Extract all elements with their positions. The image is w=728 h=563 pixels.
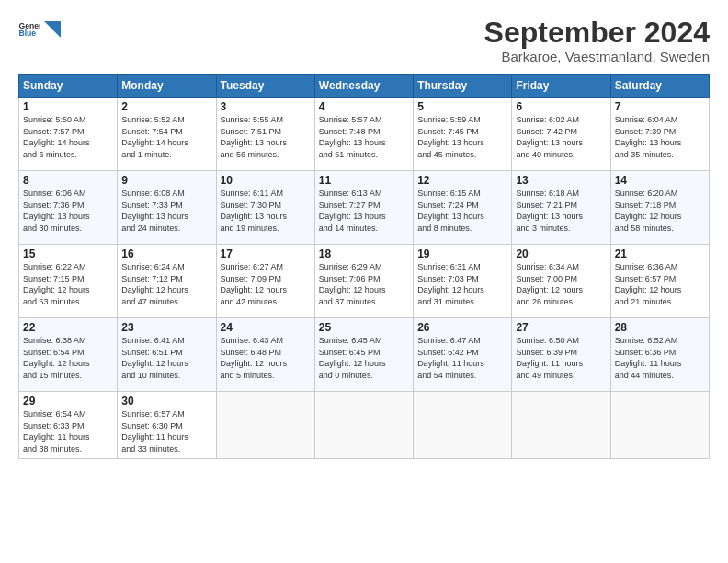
day-info: Sunrise: 6:08 AM Sunset: 7:33 PM Dayligh…: [121, 188, 211, 234]
day-info: Sunrise: 6:27 AM Sunset: 7:09 PM Dayligh…: [221, 261, 311, 307]
day-info: Sunrise: 6:22 AM Sunset: 7:15 PM Dayligh…: [23, 261, 113, 307]
calendar-cell: 7Sunrise: 6:04 AM Sunset: 7:39 PM Daylig…: [610, 98, 709, 171]
title-area: September 2024 Barkaroe, Vaestmanland, S…: [484, 17, 710, 64]
calendar-cell: 26Sunrise: 6:47 AM Sunset: 6:42 PM Dayli…: [414, 318, 512, 392]
calendar-cell: 30Sunrise: 6:57 AM Sunset: 6:30 PM Dayli…: [118, 392, 216, 458]
calendar-cell: 15Sunrise: 6:22 AM Sunset: 7:15 PM Dayli…: [19, 245, 118, 318]
day-info: Sunrise: 6:38 AM Sunset: 6:54 PM Dayligh…: [23, 335, 113, 381]
main-title: September 2024: [484, 17, 710, 49]
calendar-header-sunday: Sunday: [19, 75, 118, 98]
svg-text:Blue: Blue: [18, 29, 36, 38]
calendar-cell: 27Sunrise: 6:50 AM Sunset: 6:39 PM Dayli…: [512, 318, 610, 392]
calendar-header-friday: Friday: [512, 75, 610, 98]
logo-svg: General Blue: [18, 17, 40, 42]
day-number: 29: [23, 395, 113, 408]
calendar-cell: 2Sunrise: 5:52 AM Sunset: 7:54 PM Daylig…: [118, 98, 216, 171]
calendar-cell: [216, 392, 314, 458]
calendar-week-row: 22Sunrise: 6:38 AM Sunset: 6:54 PM Dayli…: [19, 318, 710, 392]
day-number: 26: [417, 321, 507, 334]
day-info: Sunrise: 5:57 AM Sunset: 7:48 PM Dayligh…: [319, 114, 409, 160]
calendar-cell: 16Sunrise: 6:24 AM Sunset: 7:12 PM Dayli…: [118, 245, 216, 318]
day-info: Sunrise: 6:52 AM Sunset: 6:36 PM Dayligh…: [615, 335, 705, 381]
day-info: Sunrise: 6:36 AM Sunset: 6:57 PM Dayligh…: [615, 261, 705, 307]
day-info: Sunrise: 6:50 AM Sunset: 6:39 PM Dayligh…: [516, 335, 606, 381]
calendar-cell: 12Sunrise: 6:15 AM Sunset: 7:24 PM Dayli…: [414, 171, 512, 245]
calendar-week-row: 29Sunrise: 6:54 AM Sunset: 6:33 PM Dayli…: [19, 392, 710, 458]
day-info: Sunrise: 5:50 AM Sunset: 7:57 PM Dayligh…: [23, 114, 113, 160]
calendar-cell: 22Sunrise: 6:38 AM Sunset: 6:54 PM Dayli…: [19, 318, 118, 392]
day-info: Sunrise: 6:04 AM Sunset: 7:39 PM Dayligh…: [615, 114, 705, 160]
day-number: 6: [516, 100, 606, 113]
day-info: Sunrise: 6:06 AM Sunset: 7:36 PM Dayligh…: [23, 188, 113, 234]
day-info: Sunrise: 6:24 AM Sunset: 7:12 PM Dayligh…: [121, 261, 211, 307]
calendar-cell: 1Sunrise: 5:50 AM Sunset: 7:57 PM Daylig…: [19, 98, 118, 171]
day-info: Sunrise: 5:52 AM Sunset: 7:54 PM Dayligh…: [121, 114, 211, 160]
calendar-cell: [512, 392, 610, 458]
calendar-cell: 14Sunrise: 6:20 AM Sunset: 7:18 PM Dayli…: [610, 171, 709, 245]
day-info: Sunrise: 6:47 AM Sunset: 6:42 PM Dayligh…: [417, 335, 507, 381]
day-number: 15: [23, 247, 113, 260]
day-info: Sunrise: 6:11 AM Sunset: 7:30 PM Dayligh…: [221, 188, 311, 234]
calendar-cell: 13Sunrise: 6:18 AM Sunset: 7:21 PM Dayli…: [512, 171, 610, 245]
day-number: 9: [121, 174, 211, 187]
day-info: Sunrise: 6:31 AM Sunset: 7:03 PM Dayligh…: [417, 261, 507, 307]
header: General Blue September 2024 Barkaroe, Va…: [18, 17, 710, 64]
day-number: 28: [615, 321, 705, 334]
day-number: 8: [23, 174, 113, 187]
day-number: 5: [417, 100, 507, 113]
calendar-cell: 18Sunrise: 6:29 AM Sunset: 7:06 PM Dayli…: [314, 245, 413, 318]
day-number: 12: [417, 174, 507, 187]
calendar-cell: 24Sunrise: 6:43 AM Sunset: 6:48 PM Dayli…: [216, 318, 314, 392]
day-number: 14: [615, 174, 705, 187]
calendar-cell: 25Sunrise: 6:45 AM Sunset: 6:45 PM Dayli…: [314, 318, 413, 392]
day-info: Sunrise: 6:02 AM Sunset: 7:42 PM Dayligh…: [516, 114, 606, 160]
calendar-cell: 20Sunrise: 6:34 AM Sunset: 7:00 PM Dayli…: [512, 245, 610, 318]
day-info: Sunrise: 6:43 AM Sunset: 6:48 PM Dayligh…: [221, 335, 311, 381]
day-info: Sunrise: 5:55 AM Sunset: 7:51 PM Dayligh…: [221, 114, 311, 160]
calendar-cell: 28Sunrise: 6:52 AM Sunset: 6:36 PM Dayli…: [610, 318, 709, 392]
calendar-cell: [414, 392, 512, 458]
calendar-cell: [610, 392, 709, 458]
calendar-cell: 11Sunrise: 6:13 AM Sunset: 7:27 PM Dayli…: [314, 171, 413, 245]
calendar-header-tuesday: Tuesday: [216, 75, 314, 98]
calendar-table: SundayMondayTuesdayWednesdayThursdayFrid…: [18, 74, 710, 458]
calendar-cell: 4Sunrise: 5:57 AM Sunset: 7:48 PM Daylig…: [314, 98, 413, 171]
calendar-cell: 5Sunrise: 5:59 AM Sunset: 7:45 PM Daylig…: [414, 98, 512, 171]
day-number: 22: [23, 321, 113, 334]
calendar-cell: 23Sunrise: 6:41 AM Sunset: 6:51 PM Dayli…: [118, 318, 216, 392]
calendar-header-monday: Monday: [118, 75, 216, 98]
day-number: 13: [516, 174, 606, 187]
day-info: Sunrise: 6:41 AM Sunset: 6:51 PM Dayligh…: [121, 335, 211, 381]
day-number: 21: [615, 247, 705, 260]
day-info: Sunrise: 5:59 AM Sunset: 7:45 PM Dayligh…: [417, 114, 507, 160]
day-info: Sunrise: 6:57 AM Sunset: 6:30 PM Dayligh…: [121, 408, 211, 454]
day-info: Sunrise: 6:15 AM Sunset: 7:24 PM Dayligh…: [417, 188, 507, 234]
calendar-header-saturday: Saturday: [610, 75, 709, 98]
calendar-header-row: SundayMondayTuesdayWednesdayThursdayFrid…: [19, 75, 710, 98]
day-number: 27: [516, 321, 606, 334]
day-info: Sunrise: 6:18 AM Sunset: 7:21 PM Dayligh…: [516, 188, 606, 234]
day-number: 2: [121, 100, 211, 113]
calendar-cell: 6Sunrise: 6:02 AM Sunset: 7:42 PM Daylig…: [512, 98, 610, 171]
subtitle: Barkaroe, Vaestmanland, Sweden: [484, 49, 710, 64]
calendar-cell: 29Sunrise: 6:54 AM Sunset: 6:33 PM Dayli…: [19, 392, 118, 458]
day-number: 30: [121, 395, 211, 408]
day-number: 11: [319, 174, 409, 187]
page: General Blue September 2024 Barkaroe, Va…: [0, 0, 728, 563]
calendar-week-row: 8Sunrise: 6:06 AM Sunset: 7:36 PM Daylig…: [19, 171, 710, 245]
day-number: 10: [221, 174, 311, 187]
svg-marker-2: [44, 21, 61, 38]
day-number: 19: [417, 247, 507, 260]
day-number: 18: [319, 247, 409, 260]
calendar-week-row: 1Sunrise: 5:50 AM Sunset: 7:57 PM Daylig…: [19, 98, 710, 171]
day-info: Sunrise: 6:20 AM Sunset: 7:18 PM Dayligh…: [615, 188, 705, 234]
logo: General Blue: [18, 17, 61, 42]
day-number: 20: [516, 247, 606, 260]
day-info: Sunrise: 6:45 AM Sunset: 6:45 PM Dayligh…: [319, 335, 409, 381]
calendar-week-row: 15Sunrise: 6:22 AM Sunset: 7:15 PM Dayli…: [19, 245, 710, 318]
calendar-header-thursday: Thursday: [414, 75, 512, 98]
calendar-cell: 8Sunrise: 6:06 AM Sunset: 7:36 PM Daylig…: [19, 171, 118, 245]
day-number: 3: [221, 100, 311, 113]
day-number: 17: [221, 247, 311, 260]
day-number: 4: [319, 100, 409, 113]
